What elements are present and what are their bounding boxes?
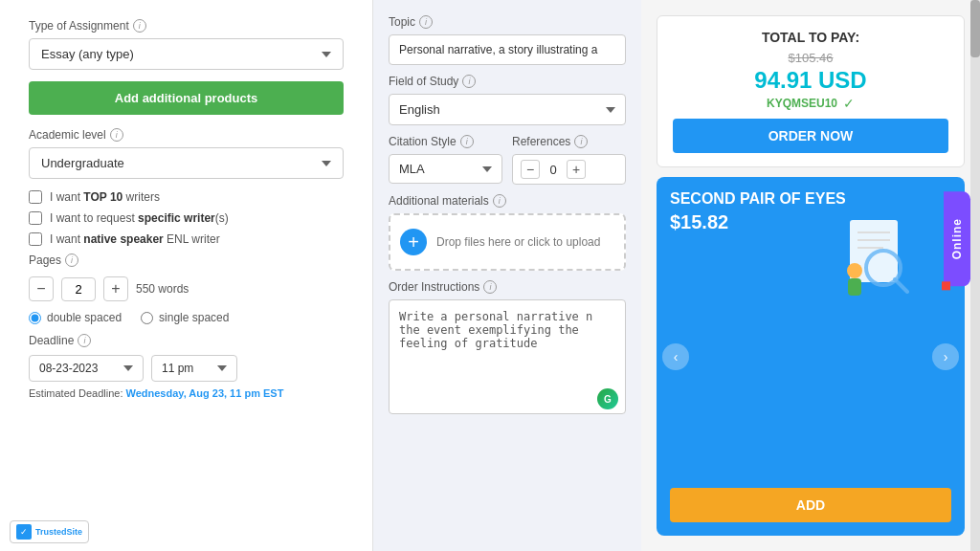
trusted-site-badge: ✓ TrustedSite (10, 520, 89, 543)
estimated-deadline: Estimated Deadline: Wednesday, Aug 23, 1… (29, 387, 344, 399)
single-spaced-label[interactable]: single spaced (141, 311, 229, 324)
additional-materials-label: Additional materials i (389, 194, 626, 208)
svg-line-5 (895, 279, 907, 292)
estimated-deadline-link[interactable]: Wednesday, Aug 23, 11 pm EST (126, 387, 284, 399)
total-card: TOTAL TO PAY: $105.46 94.91 USD KYQMSEU1… (657, 15, 965, 167)
double-spaced-radio[interactable] (29, 312, 41, 324)
assignment-type-label: Type of Assignment i (29, 19, 344, 33)
pages-stepper-row: − + 550 words (29, 276, 344, 301)
order-instructions-label: Order Instructions i (389, 280, 626, 294)
topic-info-icon[interactable]: i (419, 15, 433, 29)
references-decrement-button[interactable]: − (521, 160, 540, 179)
deadline-date-select[interactable]: 08-23-2023 (29, 355, 144, 382)
words-label: 550 words (136, 282, 189, 296)
native-speaker-checkbox[interactable] (29, 232, 42, 246)
upload-zone[interactable]: + Drop files here or click to upload (389, 213, 626, 271)
academic-level-label: Academic level i (29, 128, 344, 142)
double-spaced-label[interactable]: double spaced (29, 311, 122, 324)
pages-increment-button[interactable]: + (103, 276, 128, 301)
online-label: Online (950, 218, 964, 259)
pages-decrement-button[interactable]: − (29, 276, 54, 301)
deadline-time-select[interactable]: 11 pm (151, 355, 237, 382)
native-speaker-label: I want native speaker ENL writer (50, 232, 220, 246)
references-info-icon[interactable]: i (574, 135, 588, 148)
academic-level-select[interactable]: Undergraduate (29, 147, 344, 179)
scrollbar-thumb[interactable] (970, 0, 980, 57)
original-price: $105.46 (673, 51, 948, 65)
coupon-check-icon: ✓ (843, 96, 855, 111)
assignment-type-select[interactable]: Essay (any type) (29, 38, 344, 70)
online-notification-dot (942, 281, 950, 290)
order-instructions-info-icon[interactable]: i (483, 280, 497, 294)
promo-add-button[interactable]: ADD (670, 488, 951, 522)
top10-writers-label: I want TOP 10 writers (50, 190, 160, 204)
field-of-study-label: Field of Study i (389, 75, 626, 88)
academic-level-info-icon[interactable]: i (110, 128, 123, 142)
online-tab-button[interactable]: Online (944, 191, 970, 286)
scrollbar[interactable] (970, 0, 980, 551)
online-tab-container: Online (944, 191, 970, 289)
additional-materials-info-icon[interactable]: i (493, 194, 506, 208)
deadline-date-chevron (123, 365, 133, 371)
grammarly-icon: G (597, 388, 618, 409)
field-of-study-info-icon[interactable]: i (462, 75, 476, 88)
final-price: 94.91 USD (673, 67, 948, 94)
references-control: − 0 + (512, 154, 626, 185)
field-of-study-select[interactable]: English (389, 94, 626, 125)
deadline-info-icon[interactable]: i (78, 334, 91, 347)
order-now-button[interactable]: ORDER NOW (673, 119, 948, 153)
citation-box: Citation Style i MLA (389, 135, 502, 185)
assignment-type-info-icon[interactable]: i (133, 19, 146, 33)
upload-plus-icon: + (400, 229, 427, 255)
carousel-prev-button[interactable]: ‹ (662, 343, 689, 370)
academic-level-chevron (322, 161, 331, 166)
order-instructions-textarea[interactable]: Write a personal narrative n the event e… (389, 299, 626, 414)
add-products-button[interactable]: Add additional products (29, 81, 344, 115)
pages-label: Pages i (29, 253, 344, 267)
instructions-wrapper: Write a personal narrative n the event e… (389, 299, 626, 417)
references-increment-button[interactable]: + (567, 160, 586, 179)
pages-input[interactable] (61, 277, 96, 301)
citation-refs-row: Citation Style i MLA References i − 0 + (389, 135, 626, 185)
references-label: References i (512, 135, 626, 148)
field-of-study-chevron (606, 107, 615, 113)
coupon-row: KYQMSEU10 ✓ (673, 96, 948, 111)
total-label: TOTAL TO PAY: (673, 30, 948, 45)
references-value: 0 (546, 163, 561, 177)
promo-title: SECOND PAIR OF EYES (670, 190, 951, 208)
specific-writer-checkbox[interactable] (29, 211, 42, 225)
single-spaced-radio[interactable] (141, 312, 153, 324)
topic-input[interactable]: Personal narrative, a story illustrating… (389, 34, 626, 65)
spacing-row: double spaced single spaced (29, 311, 344, 324)
trusted-site-label: TrustedSite (35, 527, 82, 537)
left-panel: Type of Assignment i Essay (any type) Ad… (0, 0, 373, 551)
citation-style-label: Citation Style i (389, 135, 502, 148)
top10-writers-checkbox[interactable] (29, 190, 42, 204)
promo-illustration (831, 215, 917, 301)
topic-label: Topic i (389, 15, 626, 29)
carousel-next-button[interactable]: › (932, 343, 959, 370)
trusted-shield-icon: ✓ (16, 524, 32, 540)
deadline-label: Deadline i (29, 334, 344, 347)
top10-writers-row: I want TOP 10 writers (29, 190, 344, 204)
specific-writer-row: I want to request specific writer(s) (29, 211, 344, 225)
citation-style-info-icon[interactable]: i (460, 135, 474, 148)
svg-rect-7 (848, 278, 861, 296)
promo-card: ‹ › SECOND PAIR OF EYES $15.82 (657, 177, 965, 536)
native-speaker-row: I want native speaker ENL writer (29, 232, 344, 246)
pages-info-icon[interactable]: i (65, 253, 78, 267)
deadline-time-chevron (217, 365, 227, 371)
deadline-row: 08-23-2023 11 pm (29, 355, 344, 382)
right-panel: TOTAL TO PAY: $105.46 94.91 USD KYQMSEU1… (641, 0, 980, 551)
svg-point-6 (847, 263, 862, 278)
upload-text: Drop files here or click to upload (436, 235, 600, 249)
citation-style-chevron (482, 166, 492, 172)
assignment-type-chevron (322, 52, 331, 57)
references-box: References i − 0 + (512, 135, 626, 185)
citation-style-select[interactable]: MLA (389, 154, 502, 184)
middle-panel: Topic i Personal narrative, a story illu… (373, 0, 641, 551)
coupon-code: KYQMSEU10 (767, 97, 837, 110)
specific-writer-label: I want to request specific writer(s) (50, 211, 229, 225)
